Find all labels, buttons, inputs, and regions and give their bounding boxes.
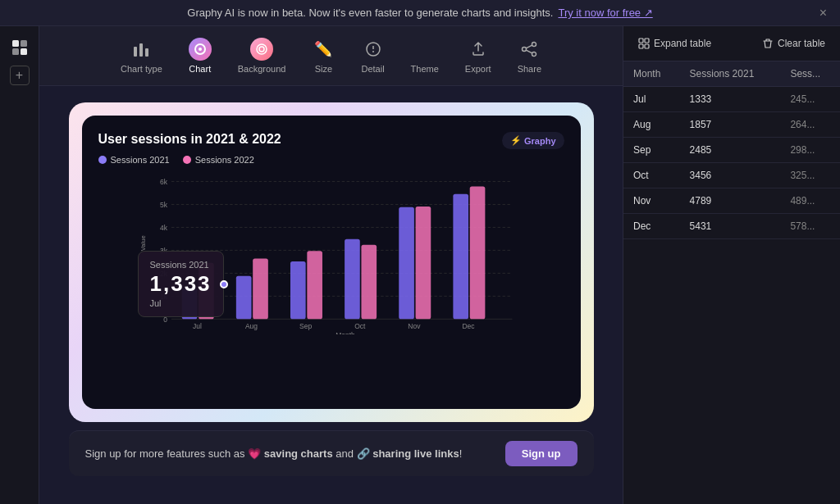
chart-area: User sessions in 2021 & 2022 ⚡Graphy Ses… [39, 86, 623, 504]
trash-icon [762, 38, 774, 49]
svg-rect-40 [345, 239, 360, 320]
svg-rect-2 [12, 48, 19, 55]
cell-month: Dec [623, 214, 680, 239]
size-icon: ✏️ [312, 38, 335, 61]
svg-rect-45 [469, 186, 485, 319]
svg-rect-53 [639, 39, 643, 43]
background-icon [250, 38, 273, 61]
cell-s2021: 1333 [680, 87, 781, 112]
export-icon [467, 38, 490, 61]
cell-s2022: 489... [780, 188, 840, 214]
clear-table-button[interactable]: Clear table [757, 34, 830, 52]
cell-s2021: 4789 [680, 188, 781, 214]
svg-text:3k: 3k [159, 247, 167, 255]
table-row: Oct 3456 325... [623, 163, 840, 188]
legend-dot-2021 [98, 156, 107, 164]
legend-item-2022: Sessions 2022 [183, 155, 254, 165]
main-layout: + Chart type [0, 26, 840, 504]
svg-text:Nov: Nov [408, 322, 421, 330]
toolbar-item-theme[interactable]: Theme [399, 33, 450, 79]
svg-text:Oct: Oct [354, 322, 366, 330]
svg-text:5k: 5k [159, 201, 167, 209]
cell-month: Sep [623, 138, 680, 163]
notif-text: Graphy AI is now in beta. Now it's even … [187, 7, 553, 19]
expand-table-button[interactable]: Expand table [633, 34, 716, 52]
toolbar: Chart type Chart [39, 26, 623, 86]
background-label: Background [238, 64, 286, 74]
svg-rect-41 [361, 245, 377, 320]
toolbar-item-detail[interactable]: Detail [349, 33, 395, 79]
legend-item-2021: Sessions 2021 [98, 155, 170, 165]
chart-wrapper: User sessions in 2021 & 2022 ⚡Graphy Ses… [69, 102, 594, 422]
cell-s2022: 264... [780, 112, 840, 138]
export-label: Export [465, 64, 491, 74]
chart-container: User sessions in 2021 & 2022 ⚡Graphy Ses… [82, 116, 581, 409]
signup-button[interactable]: Sign up [505, 441, 578, 466]
toolbar-item-chart-type[interactable]: Chart type [109, 33, 174, 79]
svg-rect-5 [139, 43, 143, 57]
cell-s2021: 2485 [680, 138, 781, 163]
svg-text:Aug: Aug [244, 322, 257, 330]
cell-s2021: 3456 [680, 163, 781, 188]
svg-text:Month: Month [336, 331, 355, 334]
notif-link[interactable]: Try it now for free ↗ [558, 7, 652, 19]
svg-rect-3 [21, 48, 27, 55]
svg-text:4k: 4k [159, 224, 167, 232]
table-row: Jul 1333 245... [623, 87, 840, 112]
table-row: Nov 4789 489... [623, 188, 840, 214]
svg-rect-1 [21, 40, 27, 47]
svg-rect-38 [290, 261, 305, 319]
signup-text: Sign up for more features such as 💗 savi… [85, 447, 463, 460]
theme-icon [413, 38, 436, 61]
table-row: Sep 2485 298... [623, 138, 840, 163]
svg-rect-39 [307, 251, 322, 319]
toolbar-item-export[interactable]: Export [454, 33, 503, 79]
svg-rect-55 [639, 44, 643, 48]
svg-text:Sep: Sep [299, 322, 312, 330]
svg-rect-36 [235, 276, 251, 320]
signup-bar: Sign up for more features such as 💗 savi… [69, 430, 594, 476]
svg-point-13 [372, 51, 374, 52]
svg-rect-56 [645, 44, 649, 48]
cell-s2021: 5431 [680, 214, 781, 239]
svg-rect-4 [134, 47, 137, 57]
notif-close-button[interactable]: × [819, 6, 827, 20]
toolbar-item-background[interactable]: Background [226, 33, 298, 79]
cell-s2021: 1857 [680, 112, 781, 138]
share-icon [518, 38, 541, 61]
cell-s2022: 245... [780, 87, 840, 112]
chart-type-label: Chart type [121, 64, 162, 74]
chart-label: Chart [189, 64, 211, 74]
svg-rect-42 [399, 207, 414, 320]
svg-point-8 [199, 48, 202, 51]
svg-point-15 [523, 48, 527, 52]
svg-text:6k: 6k [159, 178, 167, 186]
toolbar-item-size[interactable]: ✏️ Size [300, 33, 346, 79]
svg-point-16 [532, 52, 536, 57]
toolbar-item-chart[interactable]: Chart [177, 33, 223, 79]
cell-s2022: 578... [780, 214, 840, 239]
chart-logo: ⚡Graphy [502, 132, 564, 149]
svg-rect-44 [453, 194, 468, 320]
detail-icon [362, 38, 385, 61]
add-button[interactable]: + [10, 66, 30, 85]
svg-text:Value: Value [139, 235, 146, 251]
legend-dot-2022 [183, 156, 191, 164]
cell-s2022: 298... [780, 138, 840, 163]
svg-point-9 [257, 44, 267, 54]
toolbar-item-share[interactable]: Share [506, 33, 553, 79]
svg-text:Jul: Jul [192, 322, 201, 330]
chart-logo-text: Graphy [524, 136, 556, 146]
svg-text:1k: 1k [159, 293, 167, 301]
svg-rect-43 [415, 207, 431, 319]
expand-icon [638, 38, 650, 49]
svg-rect-0 [12, 40, 19, 47]
svg-point-14 [532, 43, 536, 47]
cell-month: Nov [623, 188, 680, 214]
detail-label: Detail [361, 64, 384, 74]
svg-line-17 [527, 45, 532, 48]
svg-rect-34 [181, 288, 197, 319]
notification-bar: Graphy AI is now in beta. Now it's even … [0, 0, 840, 26]
chart-icon [189, 38, 212, 61]
svg-rect-54 [645, 39, 649, 43]
